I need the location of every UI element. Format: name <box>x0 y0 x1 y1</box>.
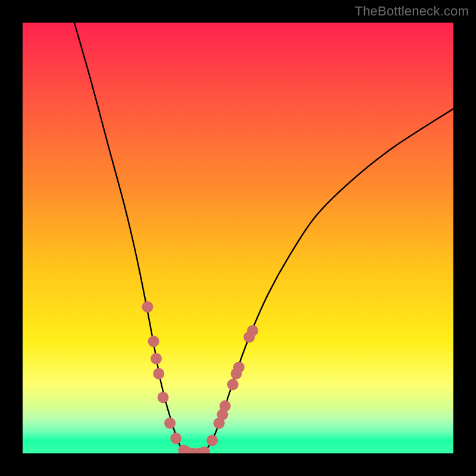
curve-svg <box>23 23 453 453</box>
highlight-dot <box>206 435 218 446</box>
highlight-dot <box>142 301 153 312</box>
highlight-dot <box>164 418 176 429</box>
watermark-text: TheBottleneck.com <box>355 4 469 19</box>
highlight-dots <box>142 301 258 453</box>
highlight-dot <box>170 433 181 444</box>
highlight-dot <box>151 353 162 364</box>
highlight-dot <box>227 379 239 390</box>
highlight-dot <box>247 325 258 336</box>
curve-right-line <box>203 109 453 453</box>
highlight-dot <box>158 392 169 403</box>
highlight-dot <box>220 400 231 412</box>
highlight-dot <box>153 368 164 380</box>
plot-area <box>23 23 453 453</box>
curve-left-line <box>74 23 186 453</box>
highlight-dot <box>233 362 245 373</box>
chart-frame: TheBottleneck.com <box>0 0 476 476</box>
highlight-dot <box>148 336 159 347</box>
